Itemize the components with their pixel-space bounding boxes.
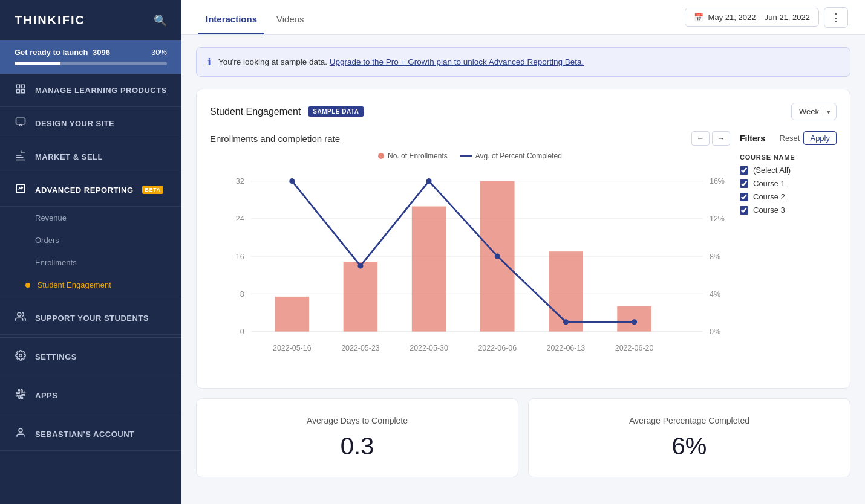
svg-text:2022-05-16: 2022-05-16 — [273, 344, 312, 352]
chart-svg: 32 24 16 8 0 16% 12% 8% 4% 0% — [210, 167, 730, 372]
legend-enrollments: No. of Enrollments — [378, 152, 448, 160]
chart-svg-wrap: 32 24 16 8 0 16% 12% 8% 4% 0% — [210, 167, 730, 375]
filter-item-select-all[interactable]: (Select All) — [740, 166, 837, 175]
chart-title: Student Engagement — [210, 106, 301, 117]
sub-nav-orders[interactable]: Orders — [0, 229, 181, 251]
svg-rect-0 — [16, 85, 19, 88]
apply-button[interactable]: Apply — [803, 131, 837, 145]
info-banner: ℹ You're looking at sample data. Upgrade… — [196, 47, 850, 77]
filters-title-row: Filters Reset Apply — [740, 131, 837, 145]
legend-completion: Avg. of Percent Completed — [460, 152, 562, 160]
filter-item-course3[interactable]: Course 3 — [740, 205, 837, 215]
filter-label-course1: Course 1 — [753, 179, 785, 188]
beta-badge: BETA — [142, 186, 164, 194]
week-select[interactable]: Week — [791, 103, 837, 120]
stat-card-days-value: 0.3 — [211, 433, 503, 460]
svg-text:0: 0 — [240, 328, 244, 336]
filters-title: Filters — [740, 134, 765, 143]
sub-nav-enrollments[interactable]: Enrollments — [0, 251, 181, 274]
sidebar-item-design-site[interactable]: DESIGN YOUR SITE — [0, 107, 181, 140]
date-range-button[interactable]: 📅 May 21, 2022 – Jun 21, 2022 — [685, 8, 819, 27]
info-text: You're looking at sample data. Upgrade t… — [218, 57, 584, 66]
stat-card-percent-value: 6% — [543, 433, 835, 460]
tab-interactions[interactable]: Interactions — [198, 14, 264, 34]
chart-title-row: Student Engagement SAMPLE DATA — [210, 106, 364, 117]
stat-cards: Average Days to Complete 0.3 Average Per… — [196, 398, 850, 477]
sidebar-item-support-students[interactable]: SUPPORT YOUR STUDENTS — [0, 302, 181, 335]
chart-next-button[interactable]: → — [712, 131, 730, 146]
stat-card-days-label: Average Days to Complete — [211, 416, 503, 425]
sidebar-item-market-sell[interactable]: MARKET & SELL — [0, 140, 181, 173]
completion-legend-label: Avg. of Percent Completed — [475, 152, 562, 160]
filter-label-course2: Course 2 — [753, 192, 785, 201]
filter-checkbox-course1[interactable] — [740, 179, 748, 188]
tabs: Interactions Videos — [198, 0, 316, 34]
line-point-2 — [357, 263, 363, 268]
sidebar-item-support-students-label: SUPPORT YOUR STUDENTS — [35, 314, 149, 323]
launch-bar[interactable]: Get ready to launch 3096 30% — [0, 40, 181, 74]
svg-text:2022-06-20: 2022-06-20 — [615, 344, 654, 352]
market-sell-icon — [15, 150, 27, 163]
sub-nav-revenue[interactable]: Revenue — [0, 207, 181, 229]
line-point-6 — [632, 319, 637, 325]
sidebar-nav: MANAGE LEARNING PRODUCTS DESIGN YOUR SIT… — [0, 74, 181, 504]
advanced-reporting-icon — [15, 183, 27, 196]
svg-text:2022-06-06: 2022-06-06 — [478, 344, 517, 352]
filter-checkbox-course2[interactable] — [740, 193, 748, 201]
nav-divider-3 — [0, 376, 181, 376]
nav-divider-2 — [0, 337, 181, 338]
more-options-button[interactable]: ⋮ — [824, 7, 848, 28]
filter-label-select-all: (Select All) — [753, 166, 791, 175]
sample-data-badge: SAMPLE DATA — [308, 106, 364, 117]
sidebar-logo-area: THINKIFIC 🔍 — [0, 0, 181, 40]
sub-nav-student-engagement[interactable]: Student Engagement — [0, 274, 181, 296]
filter-item-course1[interactable]: Course 1 — [740, 179, 837, 188]
chart-container: Enrollments and completion rate ← → No. … — [210, 131, 730, 375]
filter-checkbox-select-all[interactable] — [740, 166, 748, 175]
sub-nav-student-engagement-label: Student Engagement — [38, 280, 111, 289]
stat-card-percent-label: Average Percentage Completed — [543, 416, 835, 425]
sidebar-item-apps[interactable]: APPS — [0, 379, 181, 412]
week-select-wrap: Week — [791, 103, 837, 120]
filter-item-course2[interactable]: Course 2 — [740, 192, 837, 201]
top-bar: Interactions Videos 📅 May 21, 2022 – Jun… — [181, 0, 865, 35]
sidebar-item-manage-learning[interactable]: MANAGE LEARNING PRODUCTS — [0, 74, 181, 107]
chart-prev-button[interactable]: ← — [691, 131, 710, 146]
sidebar: THINKIFIC 🔍 Get ready to launch 3096 30%… — [0, 0, 181, 504]
svg-text:8%: 8% — [710, 253, 720, 261]
search-icon[interactable]: 🔍 — [154, 14, 167, 27]
svg-point-8 — [19, 428, 22, 432]
sidebar-item-manage-learning-label: MANAGE LEARNING PRODUCTS — [35, 86, 167, 95]
manage-learning-icon — [15, 83, 27, 97]
sidebar-item-advanced-reporting[interactable]: ADVANCED REPORTING BETA — [0, 173, 181, 207]
sub-nav-enrollments-label: Enrollments — [35, 258, 77, 267]
progress-fill — [15, 62, 60, 65]
filter-checkbox-course3[interactable] — [740, 206, 748, 215]
svg-rect-3 — [22, 90, 25, 93]
line-point-3 — [426, 178, 432, 184]
account-icon — [15, 427, 27, 441]
svg-text:2022-06-13: 2022-06-13 — [547, 344, 586, 352]
stat-card-days: Average Days to Complete 0.3 — [196, 398, 518, 477]
svg-text:24: 24 — [236, 215, 244, 223]
content-area: ℹ You're looking at sample data. Upgrade… — [181, 35, 865, 504]
tab-videos[interactable]: Videos — [269, 14, 312, 34]
sidebar-item-account-label: SEBASTIAN'S ACCOUNT — [35, 430, 135, 439]
sidebar-item-settings[interactable]: SETTINGS — [0, 340, 181, 373]
reset-button[interactable]: Reset — [780, 134, 800, 143]
calendar-icon: 📅 — [694, 13, 703, 22]
svg-text:4%: 4% — [710, 290, 720, 299]
sidebar-item-account[interactable]: SEBASTIAN'S ACCOUNT — [0, 418, 181, 451]
line-point-4 — [495, 254, 500, 259]
support-students-icon — [15, 311, 27, 325]
info-icon: ℹ — [207, 56, 211, 68]
chart-inner-title: Enrollments and completion rate — [210, 134, 340, 144]
sub-nav-revenue-label: Revenue — [35, 213, 67, 222]
svg-text:2022-05-30: 2022-05-30 — [410, 344, 448, 352]
upgrade-link[interactable]: Upgrade to the Pro + Growth plan to unlo… — [330, 57, 584, 66]
chart-card: Student Engagement SAMPLE DATA Week Enro… — [196, 89, 850, 389]
filters-panel: Filters Reset Apply COURSE NAME (Select … — [740, 131, 837, 375]
date-range-text: May 21, 2022 – Jun 21, 2022 — [708, 13, 810, 22]
svg-point-6 — [18, 312, 21, 316]
svg-text:16%: 16% — [710, 177, 725, 186]
